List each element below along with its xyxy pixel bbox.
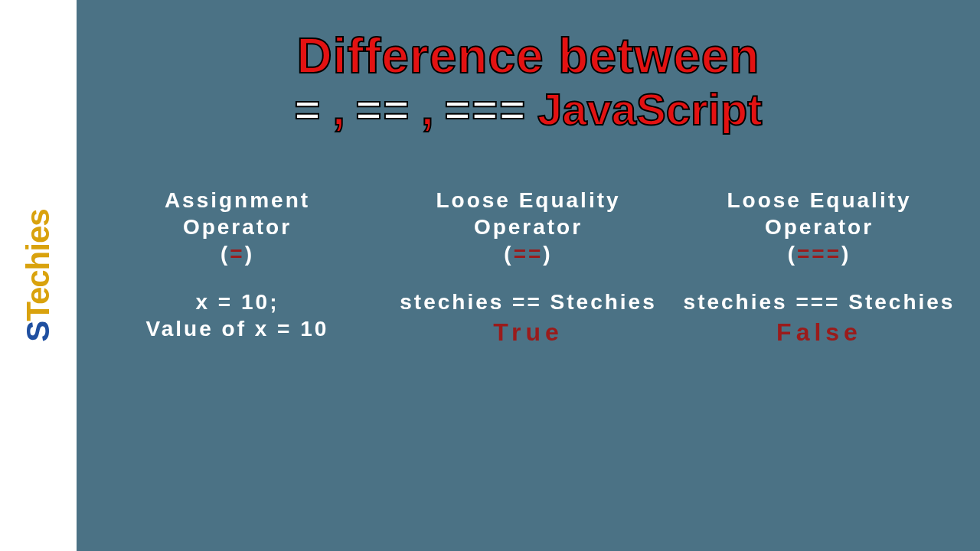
col2-example-l1: stechies == Stechies xyxy=(390,289,666,315)
logo-first-letter: S xyxy=(20,321,56,342)
page: STechies Difference between =, ==, === J… xyxy=(0,0,980,551)
title-js: JavaScript xyxy=(537,86,762,133)
column-strict-equality: Loose Equality Operator (===) stechies =… xyxy=(681,187,957,347)
columns: Assignment Operator (=) x = 10; Value of… xyxy=(100,187,957,347)
title-op-1: = xyxy=(295,86,322,133)
col2-result: True xyxy=(390,317,666,347)
col1-heading-l1: Assignment xyxy=(100,187,375,214)
col3-example-l1: stechies === Stechies xyxy=(681,289,957,315)
column-loose-equality: Loose Equality Operator (==) stechies ==… xyxy=(390,187,666,347)
column-assignment: Assignment Operator (=) x = 10; Value of… xyxy=(100,187,375,347)
col3-heading-l1: Loose Equality xyxy=(681,187,957,214)
col2-symbol: (==) xyxy=(390,240,666,267)
col1-example-l2: Value of x = 10 xyxy=(100,315,375,342)
col1-heading-l2: Operator xyxy=(100,214,375,240)
col3-heading-l2: Operator xyxy=(681,214,957,240)
title-op-2: == xyxy=(356,86,411,133)
title-comma-2: , xyxy=(421,86,433,133)
title-comma-1: , xyxy=(332,86,345,133)
col2-heading-l1: Loose Equality xyxy=(390,187,666,214)
brand-logo: STechies xyxy=(20,209,57,341)
page-title: Difference between =, ==, === JavaScript xyxy=(100,31,957,133)
title-op-3: === xyxy=(444,86,527,133)
sidebar: STechies xyxy=(0,0,77,551)
col3-symbol: (===) xyxy=(681,240,957,267)
col1-symbol: (=) xyxy=(100,240,375,267)
col3-result: False xyxy=(681,317,957,347)
main-panel: Difference between =, ==, === JavaScript… xyxy=(77,0,980,551)
title-line-1: Difference between xyxy=(100,31,957,82)
col1-example-l1: x = 10; xyxy=(100,289,375,315)
logo-rest: Techies xyxy=(20,209,56,321)
title-line-2: =, ==, === JavaScript xyxy=(295,86,763,133)
col2-heading-l2: Operator xyxy=(390,214,666,240)
